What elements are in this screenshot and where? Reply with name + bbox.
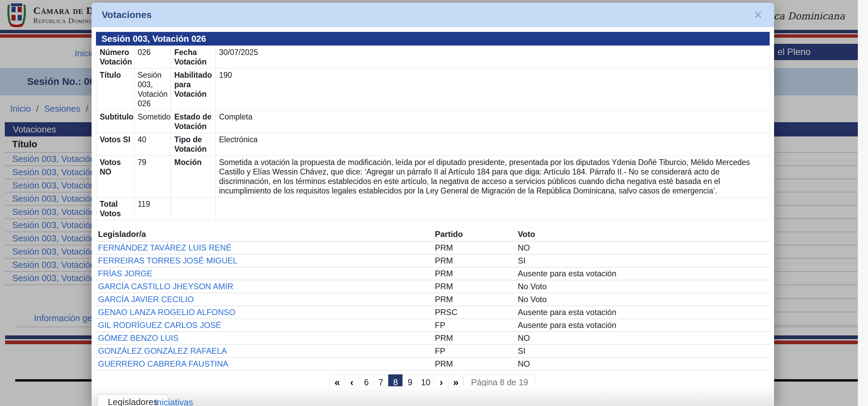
legislator-vote: No Voto bbox=[516, 280, 770, 293]
votacion-details-table: Número Votación 026 Fecha Votación 30/07… bbox=[96, 45, 770, 220]
details-label: Fecha Votación bbox=[171, 46, 216, 69]
legislator-link[interactable]: GIL RODRÍGUEZ CARLOS JOSÉ bbox=[98, 320, 221, 330]
legislator-link[interactable]: FRÍAS JORGE bbox=[98, 269, 152, 278]
details-row: Título Sesión 003, Votación 026 Habilita… bbox=[96, 69, 770, 110]
details-label: Votos NO bbox=[96, 156, 134, 198]
details-value: Electrónica bbox=[216, 133, 770, 156]
legislator-row: FRÍAS JORGE PRM Ausente para esta votaci… bbox=[96, 267, 770, 280]
details-value: Sesión 003, Votación 026 bbox=[134, 69, 171, 110]
col-header-voto: Voto bbox=[516, 227, 770, 242]
details-row: Votos SI 40 Tipo de Votación Electrónica bbox=[96, 133, 770, 156]
pagination-row: «‹678910›» Página 8 de 19 bbox=[96, 374, 770, 386]
legislator-party: PRM bbox=[433, 254, 516, 267]
legislator-party: FP bbox=[433, 319, 516, 332]
col-header-partido: Partido bbox=[433, 227, 516, 242]
page-button[interactable]: 6 bbox=[359, 374, 374, 386]
legislator-link[interactable]: GENAO LANZA ROGELIO ALFONSO bbox=[98, 308, 235, 317]
legislator-vote: SI bbox=[516, 345, 770, 357]
modal-footer: Legisladores Iniciativas bbox=[92, 386, 774, 406]
page-button[interactable]: 7 bbox=[374, 374, 388, 386]
scrollbar-track[interactable] bbox=[858, 0, 868, 406]
details-label: Votos SI bbox=[96, 133, 134, 156]
legislator-row: FERREIRAS TORRES JOSÉ MIGUEL PRM SI bbox=[96, 254, 770, 267]
page-button[interactable]: 8 bbox=[388, 374, 403, 386]
legislator-row: GONZÁLEZ GONZÁLEZ RAFAELA FP SI bbox=[96, 345, 770, 357]
legislator-party: PRM bbox=[433, 267, 516, 280]
legislator-party: PRM bbox=[433, 332, 516, 345]
details-row: Número Votación 026 Fecha Votación 30/07… bbox=[96, 46, 770, 69]
page-button[interactable]: 10 bbox=[417, 374, 434, 386]
page-button[interactable]: › bbox=[434, 374, 449, 386]
details-row: Subtitulo Sometido Estado de Votación Co… bbox=[96, 110, 770, 133]
legislator-party: PRM bbox=[433, 357, 516, 370]
details-label: Total Votos bbox=[96, 198, 134, 220]
pagination-info: Página 8 de 19 bbox=[463, 374, 535, 386]
details-row: Total Votos 119 bbox=[96, 198, 770, 220]
legislator-link[interactable]: GARCÍA JAVIER CECILIO bbox=[98, 295, 194, 304]
details-label: Habilitado para Votación bbox=[171, 69, 216, 110]
legislators-table: Legislador/a Partido Voto FERNÁNDEZ TAVÁ… bbox=[96, 227, 770, 371]
details-label: Título bbox=[96, 69, 134, 110]
details-value: Sometido bbox=[134, 110, 171, 133]
legislator-row: GÓMEZ BENZO LUIS PRM NO bbox=[96, 332, 770, 345]
modal-header: Votaciones ✕ bbox=[92, 3, 774, 27]
legislator-vote: Ausente para esta votación bbox=[516, 319, 770, 332]
legislator-row: GARCÍA JAVIER CECILIO PRM No Voto bbox=[96, 293, 770, 306]
details-value: 30/07/2025 bbox=[216, 46, 770, 69]
legislator-vote: SI bbox=[516, 254, 770, 267]
tab-iniciativas[interactable]: Iniciativas bbox=[154, 397, 193, 406]
details-value: Completa bbox=[216, 110, 770, 133]
details-label: Estado de Votación bbox=[171, 110, 216, 133]
legislator-vote: Ausente para esta votación bbox=[516, 306, 770, 319]
legislator-link[interactable]: GÓMEZ BENZO LUIS bbox=[98, 333, 178, 343]
legislator-row: FERNÁNDEZ TAVÁREZ LUIS RENÉ PRM NO bbox=[96, 241, 770, 254]
details-label: Número Votación bbox=[96, 46, 134, 69]
details-value: 40 bbox=[134, 133, 171, 156]
legislator-vote: NO bbox=[516, 241, 770, 254]
details-value: Sometida a votación la propuesta de modi… bbox=[216, 156, 770, 198]
page-button[interactable]: » bbox=[449, 374, 463, 386]
legislator-vote: NO bbox=[516, 357, 770, 370]
details-label: Moción bbox=[171, 156, 216, 198]
legislators-header-row: Legislador/a Partido Voto bbox=[96, 227, 770, 242]
legislator-link[interactable]: FERREIRAS TORRES JOSÉ MIGUEL bbox=[98, 256, 237, 265]
details-value: 190 bbox=[216, 69, 770, 110]
legislator-party: PRSC bbox=[433, 306, 516, 319]
modal-content: Sesión 003, Votación 026 Número Votación… bbox=[92, 27, 774, 386]
details-value bbox=[216, 198, 770, 220]
votaciones-modal: Votaciones ✕ Sesión 003, Votación 026 Nú… bbox=[92, 3, 774, 406]
col-header-legislador: Legislador/a bbox=[96, 227, 433, 242]
legislator-vote: Ausente para esta votación bbox=[516, 267, 770, 280]
details-value: 79 bbox=[134, 156, 171, 198]
legislator-party: PRM bbox=[433, 280, 516, 293]
details-label: Subtitulo bbox=[96, 110, 134, 133]
page-button[interactable]: 9 bbox=[403, 374, 417, 386]
legislator-link[interactable]: FERNÁNDEZ TAVÁREZ LUIS RENÉ bbox=[98, 243, 231, 252]
pagination: «‹678910›» bbox=[330, 374, 463, 386]
legislator-vote: NO bbox=[516, 332, 770, 345]
legislator-party: FP bbox=[433, 345, 516, 357]
page-button[interactable]: ‹ bbox=[344, 374, 359, 386]
page-button[interactable]: « bbox=[330, 374, 344, 386]
close-icon[interactable]: ✕ bbox=[753, 10, 763, 20]
legislator-link[interactable]: GARCÍA CASTILLO JHEYSON AMIR bbox=[98, 282, 233, 291]
details-label bbox=[171, 198, 216, 220]
details-value: 119 bbox=[134, 198, 171, 220]
legislator-party: PRM bbox=[433, 241, 516, 254]
legislator-party: PRM bbox=[433, 293, 516, 306]
legislator-row: GUERRERO CABRERA FAUSTINA PRM NO bbox=[96, 357, 770, 370]
legislator-link[interactable]: GUERRERO CABRERA FAUSTINA bbox=[98, 359, 228, 368]
legislator-row: GIL RODRÍGUEZ CARLOS JOSÉ FP Ausente par… bbox=[96, 319, 770, 332]
details-label: Tipo de Votación bbox=[171, 133, 216, 156]
legislator-row: GENAO LANZA ROGELIO ALFONSO PRSC Ausente… bbox=[96, 306, 770, 319]
details-value: 026 bbox=[134, 46, 171, 69]
modal-title: Votaciones bbox=[102, 10, 152, 20]
legislator-link[interactable]: GONZÁLEZ GONZÁLEZ RAFAELA bbox=[98, 346, 227, 355]
legislator-vote: No Voto bbox=[516, 293, 770, 306]
details-row: Votos NO 79 Moción Sometida a votación l… bbox=[96, 156, 770, 198]
votacion-caption: Sesión 003, Votación 026 bbox=[96, 32, 770, 45]
legislator-row: GARCÍA CASTILLO JHEYSON AMIR PRM No Voto bbox=[96, 280, 770, 293]
